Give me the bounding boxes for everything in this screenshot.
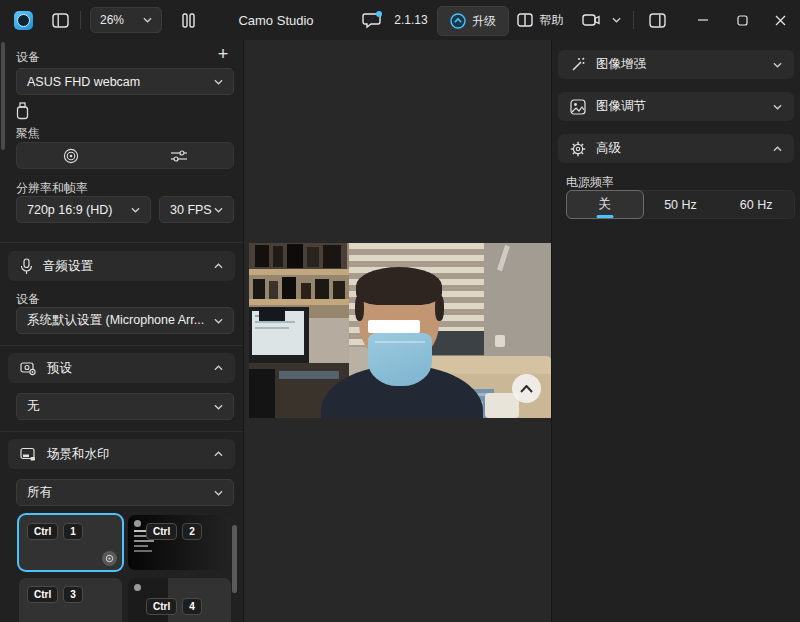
close-button[interactable] [760,0,800,40]
section-divider [0,242,243,243]
image-adjust-label: 图像调节 [596,98,763,115]
shortcut-num: 2 [182,523,202,540]
audio-device-dropdown[interactable]: 系统默认设置 (Microphone Arr... [16,307,234,334]
image-enhance-label: 图像增强 [596,56,763,73]
mic-icon [20,258,33,275]
chevron-down-icon [143,17,152,23]
focus-mode-control [16,142,234,169]
upgrade-button[interactable]: 升级 [437,6,509,36]
scene-camera-icon [102,551,117,566]
advanced-header[interactable]: 高级 [558,134,794,163]
upgrade-icon [450,13,466,29]
section-divider [0,431,243,432]
power-frequency-label: 电源频率 [566,174,614,191]
manual-focus-icon [170,149,188,163]
shortcut-key: Ctrl [146,523,177,540]
power-frequency-option-50hz[interactable]: 50 Hz [643,191,719,218]
shortcut-num: 4 [182,598,202,615]
camera-device-dropdown[interactable]: ASUS FHD webcam [16,68,234,95]
preview-area [244,40,551,622]
presets-dropdown[interactable]: 无 [16,393,234,420]
image-adjust-header[interactable]: 图像调节 [558,92,794,121]
sidebar-toggle-icon[interactable] [48,0,72,40]
titlebar-divider [80,11,81,29]
fps-dropdown[interactable]: 30 FPS [159,196,234,223]
version-text: 2.1.13 [390,0,432,40]
shortcut-num: 1 [63,523,83,540]
camera-chevron-icon[interactable] [605,0,627,40]
panel-right-toggle-icon[interactable] [644,0,670,40]
camo-studio-window: 26% Camo Studio 2.1.13 升级 帮助 [0,0,800,622]
help-button[interactable]: 帮助 [512,0,568,40]
camera-select-icon[interactable] [578,0,604,40]
power-frequency-option-off[interactable]: 关 [566,190,644,219]
expand-preview-button[interactable] [512,374,541,403]
zoom-level-value: 26% [100,13,124,27]
power-frequency-option-60hz[interactable]: 60 Hz [718,191,794,218]
chevron-down-icon [131,207,140,213]
zoom-level-dropdown[interactable]: 26% [90,7,162,33]
autofocus-button[interactable] [17,143,125,168]
chevron-down-icon [773,62,782,68]
advanced-gear-icon [570,141,586,157]
add-device-button[interactable]: + [210,41,236,67]
chevron-down-icon [214,207,223,213]
chevron-up-icon [214,365,223,371]
image-enhance-header[interactable]: 图像增强 [558,50,794,79]
app-logo-icon [12,0,34,40]
upgrade-label: 升级 [472,13,496,30]
presets-label: 预设 [47,360,204,377]
left-scrollbar[interactable] [1,42,5,150]
scenes-header[interactable]: 场景和水印 [8,439,235,469]
fps-value: 30 FPS [170,203,212,217]
enhance-icon [570,57,586,73]
scenes-label: 场景和水印 [47,446,204,463]
panel-divider [243,40,244,622]
usb-icon [16,102,29,123]
device-section-label: 设备 [16,49,40,66]
scene-dot-icon [134,584,141,591]
chevron-up-icon [520,385,533,393]
shortcut-key: Ctrl [27,523,58,540]
audio-device-value: 系统默认设置 (Microphone Arr... [27,312,204,329]
maximize-button[interactable] [722,0,762,40]
chevron-up-icon [214,451,223,457]
right-sidebar: 图像增强 图像调节 高级 电源频率 关 50 Hz 60 Hz [552,40,800,622]
chevron-down-icon [214,318,223,324]
scenes-scrollbar[interactable] [232,525,237,593]
scene-thumbnail-1[interactable]: Ctrl1 [19,515,122,570]
shortcut-num: 3 [63,586,83,603]
titlebar: 26% Camo Studio 2.1.13 升级 帮助 [0,0,800,40]
manual-focus-button[interactable] [125,143,233,168]
resolution-section-label: 分辨率和帧率 [16,180,88,197]
autofocus-icon [63,148,79,164]
presets-header[interactable]: 预设 [8,353,235,383]
titlebar-divider [633,11,634,29]
audio-settings-header[interactable]: 音频设置 [8,251,235,281]
chat-icon[interactable] [358,0,386,40]
minimize-button[interactable] [683,0,723,40]
camera-device-value: ASUS FHD webcam [27,75,140,89]
pause-icon[interactable] [177,0,199,40]
segment-label: 50 Hz [664,198,697,212]
adjust-icon [570,99,586,115]
scene-thumbnail-3[interactable]: Ctrl3 [19,578,122,622]
app-title: Camo Studio [236,0,316,40]
selected-indicator [596,215,613,218]
chevron-down-icon [214,490,223,496]
chevron-up-icon [773,146,782,152]
segment-label: 关 [599,196,612,213]
presets-value: 无 [27,398,40,415]
help-label: 帮助 [540,12,564,29]
segment-label: 60 Hz [740,198,773,212]
scene-thumbnail-2[interactable]: Ctrl2 [128,515,231,570]
scenes-filter-dropdown[interactable]: 所有 [16,479,234,506]
power-frequency-control: 关 50 Hz 60 Hz [566,190,795,219]
resolution-dropdown[interactable]: 720p 16:9 (HD) [16,196,151,223]
resolution-value: 720p 16:9 (HD) [27,203,112,217]
focus-label: 聚焦 [16,125,40,142]
scene-thumbnail-4[interactable]: Ctrl4 John Appleseed [128,578,231,622]
camera-preview [249,243,552,418]
chevron-up-icon [214,263,223,269]
advanced-label: 高级 [596,140,763,157]
